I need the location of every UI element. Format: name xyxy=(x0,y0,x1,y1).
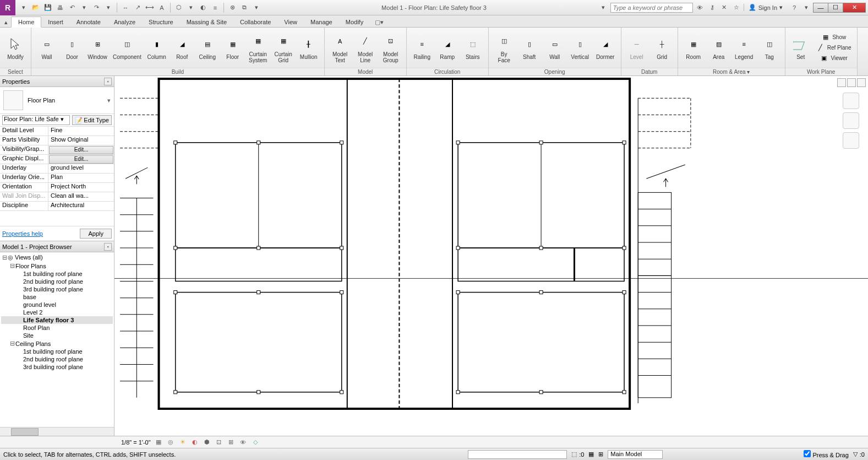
tree-item[interactable]: 2nd buiding roof plane xyxy=(1,355,113,363)
tree-item[interactable]: Roof Plan xyxy=(1,324,113,332)
apply-button[interactable]: Apply xyxy=(80,229,112,239)
tab-view[interactable]: View xyxy=(277,17,304,27)
design-options-icon[interactable]: ⊞ xyxy=(598,451,603,458)
signin-button[interactable]: 👤 Sign In ▾ xyxy=(744,4,787,11)
editable-icon[interactable]: ▦ xyxy=(588,451,594,458)
print-icon[interactable]: 🖶 xyxy=(55,3,65,13)
section-icon[interactable]: ◐ xyxy=(198,3,208,13)
text-icon[interactable]: A xyxy=(157,3,167,13)
tree-item[interactable]: Level 2 xyxy=(1,309,113,316)
tag-button[interactable]: ◫Tag xyxy=(757,34,782,61)
close-icon[interactable]: ▫ xyxy=(104,243,112,251)
model-group-button[interactable]: ⊡ModelGroup xyxy=(379,31,403,64)
grid-button[interactable]: ┼Grid xyxy=(650,34,674,61)
wall-button[interactable]: ▭Wall xyxy=(543,34,567,61)
search-input[interactable] xyxy=(610,3,693,13)
tree-item[interactable]: Site xyxy=(1,332,113,339)
tree-item[interactable]: ⊟Floor Plans xyxy=(1,262,113,270)
crop-region-icon[interactable]: ⊞ xyxy=(227,438,236,447)
door-button[interactable]: ▯Door xyxy=(60,34,84,61)
reveal-icon[interactable]: ◇ xyxy=(251,438,260,447)
view-restore-icon[interactable] xyxy=(847,78,856,87)
ref-plane-button[interactable]: ╱Ref Plane xyxy=(814,43,854,53)
tree-item[interactable]: ⊟Ceiling Plans xyxy=(1,339,113,348)
tree-item[interactable]: 3rd building roof plane xyxy=(1,363,113,371)
horizontal-scrollbar[interactable] xyxy=(0,427,114,436)
show-button[interactable]: ▦Show xyxy=(814,33,854,42)
component-button[interactable]: ◫Component xyxy=(111,34,144,61)
view3d-icon[interactable]: ⬡ xyxy=(174,3,184,13)
floor-button[interactable]: ▦Floor xyxy=(221,34,245,61)
nav-home-icon[interactable] xyxy=(843,93,859,109)
view-selector[interactable]: Floor Plan: Life Safe ▾ xyxy=(2,115,70,125)
view-close-icon[interactable] xyxy=(857,78,866,87)
redo-icon[interactable]: ↷ xyxy=(91,3,101,13)
visual-style-icon[interactable]: ◎ xyxy=(166,438,175,447)
window-button[interactable]: ⊞Window xyxy=(85,34,110,61)
edit-button[interactable]: Edit... xyxy=(49,155,113,164)
properties-grid[interactable]: Detail LevelFineParts VisibilityShow Ori… xyxy=(0,127,114,226)
tree-item[interactable]: ⊟◎ Views (all) xyxy=(1,253,113,262)
view-scale[interactable]: 1/8" = 1'-0" xyxy=(121,439,151,446)
level-button[interactable]: ─Level xyxy=(625,34,649,61)
curtain-grid-button[interactable]: ▦CurtainGrid xyxy=(271,31,296,64)
app-logo[interactable]: R xyxy=(0,0,15,15)
room-button[interactable]: ▦Room xyxy=(681,34,706,61)
stairs-button[interactable]: ⬚Stairs xyxy=(461,34,485,61)
shadows-icon[interactable]: ◐ xyxy=(190,438,199,447)
properties-help-link[interactable]: Properties help xyxy=(2,230,43,237)
drawing-canvas[interactable] xyxy=(114,76,868,436)
exchange-icon[interactable]: ✕ xyxy=(719,3,729,13)
design-option-selector[interactable]: Main Model xyxy=(608,450,663,459)
area-button[interactable]: ▨Area xyxy=(707,34,731,61)
undo-icon[interactable]: ↶ xyxy=(67,3,77,13)
tab-massing-site[interactable]: Massing & Site xyxy=(180,17,233,27)
tab-structure[interactable]: Structure xyxy=(142,17,180,27)
modify-button[interactable]: Modify xyxy=(3,34,28,61)
hide-icon[interactable]: 👁 xyxy=(239,438,248,447)
ceiling-button[interactable]: ▤Ceiling xyxy=(195,34,220,61)
favorite-icon[interactable]: ☆ xyxy=(731,3,741,13)
tab-home[interactable]: Home xyxy=(11,17,41,28)
thinlines-icon[interactable]: ≡ xyxy=(210,3,220,13)
sun-path-icon[interactable]: ☀ xyxy=(178,438,187,447)
close-button[interactable]: ✕ xyxy=(843,3,866,13)
close-icon[interactable]: ▫ xyxy=(104,78,112,85)
model-line-button[interactable]: ╱ModelLine xyxy=(353,31,378,64)
tab-modify[interactable]: Modify xyxy=(339,17,370,27)
mullion-button[interactable]: ╂Mullion xyxy=(297,34,321,61)
tree-item[interactable]: 1st building roof plane xyxy=(1,348,113,355)
set-button[interactable]: Set xyxy=(789,34,813,61)
railing-button[interactable]: ≡Railing xyxy=(410,34,434,61)
minimize-button[interactable]: — xyxy=(813,3,828,13)
project-tree[interactable]: ⊟◎ Views (all)⊟Floor Plans 1st building … xyxy=(0,252,114,427)
curtain-system-button[interactable]: ▦CurtainSystem xyxy=(246,31,270,64)
column-button[interactable]: ▮Column xyxy=(145,34,169,61)
tree-item[interactable]: 3rd building roof plane xyxy=(1,285,113,293)
dormer-button[interactable]: ◢Dormer xyxy=(593,34,618,61)
wall-button[interactable]: ▭Wall xyxy=(35,34,59,61)
tree-item[interactable]: Life Safety floor 3 xyxy=(1,316,113,324)
browser-header[interactable]: Model 1 - Project Browser ▫ xyxy=(0,241,114,252)
align-icon[interactable]: ↗ xyxy=(133,3,143,13)
workset-selector[interactable] xyxy=(468,450,567,459)
selection-icon[interactable]: ⬚ xyxy=(571,451,577,458)
tree-item[interactable]: base xyxy=(1,293,113,301)
tree-item[interactable]: 1st building roof plane xyxy=(1,270,113,278)
ramp-button[interactable]: ◢Ramp xyxy=(435,34,460,61)
close-views-icon[interactable]: ⊗ xyxy=(227,3,237,13)
press-drag-checkbox[interactable]: Press & Drag xyxy=(804,450,848,458)
key-icon[interactable]: ⚷ xyxy=(707,3,717,13)
measure-icon[interactable]: ↔ xyxy=(121,3,130,13)
legend-button[interactable]: ≡Legend xyxy=(732,34,756,61)
tab-analyze[interactable]: Analyze xyxy=(107,17,142,27)
nav-wheel-icon[interactable] xyxy=(843,112,859,129)
search-icon[interactable]: 👁 xyxy=(695,3,705,13)
model-text-button[interactable]: AModelText xyxy=(328,31,352,64)
tab-collaborate[interactable]: Collaborate xyxy=(233,17,277,27)
roof-button[interactable]: ◢Roof xyxy=(170,34,194,61)
viewer-button[interactable]: ▣Viewer xyxy=(814,53,854,63)
crop-icon[interactable]: ⊡ xyxy=(215,438,223,447)
switch-windows-icon[interactable]: ⧉ xyxy=(239,3,249,13)
view-minimize-icon[interactable] xyxy=(837,78,846,87)
